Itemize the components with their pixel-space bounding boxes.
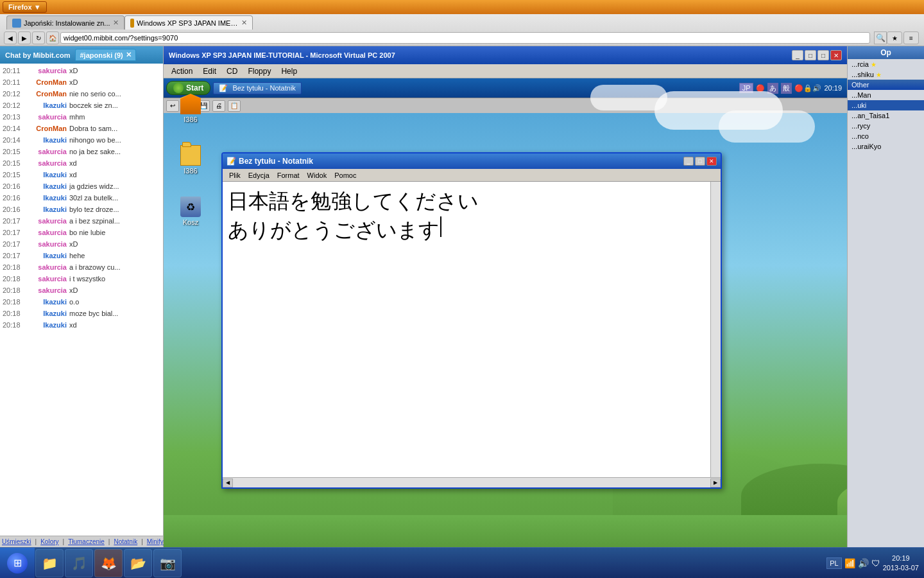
vpc-ime-kanji[interactable]: 般 (781, 83, 792, 94)
hscroll-left[interactable]: ◀ (223, 478, 233, 487)
tab-chat[interactable]: Japoński: Instalowanie zn... ✕ (6, 15, 124, 30)
reload-button[interactable]: ↻ (32, 31, 45, 44)
chat-username[interactable]: Ikazuki (25, 320, 67, 330)
firefox-button[interactable]: Firefox ▼ (3, 1, 47, 13)
win7-media-btn[interactable]: 🎵 (65, 549, 93, 577)
footer-notepad[interactable]: Notatnik (114, 538, 137, 545)
back-button[interactable]: ◀ (4, 31, 17, 44)
vpc-maximize-button[interactable]: □ (817, 50, 829, 60)
user-item-man[interactable]: ...Man (848, 90, 924, 100)
notepad-restore-button[interactable]: □ (695, 157, 705, 166)
chat-username[interactable]: Ikazuki (25, 170, 67, 180)
chat-username[interactable]: sakurcia (25, 227, 67, 238)
win7-lang-indicator[interactable]: PL (826, 557, 841, 569)
win7-network-icon: 📶 (844, 558, 855, 568)
win7-clock[interactable]: 20:19 2013-03-07 (883, 554, 919, 573)
vpc-menu-action[interactable]: Action (166, 66, 198, 77)
notepad-close-button[interactable]: ✕ (706, 157, 717, 166)
chat-username[interactable]: Ikazuki (25, 250, 67, 261)
desktop-icon-i386-2[interactable]: I386 (170, 143, 211, 177)
chat-username[interactable]: Ikazuki (25, 308, 67, 319)
vpc-desktop[interactable]: I386 I386 ♻ Kosz 📝 Bez tytułu - Notatnik… (164, 78, 847, 547)
vpc-menu-edit[interactable]: Edit (198, 66, 221, 77)
vpc-tool-print[interactable]: 🖨 (212, 100, 225, 112)
chat-message-text: bo nie lubie (69, 227, 160, 238)
footer-minify[interactable]: Minify (147, 538, 164, 545)
notepad-hscrollbar[interactable]: ◀ ▶ (223, 477, 721, 487)
chat-line: 20:16Ikazukibylo tez droze... (0, 204, 163, 215)
user-item-nco[interactable]: ...nco (848, 131, 924, 141)
win7-sound-icon[interactable]: 🔊 (858, 558, 869, 568)
vpc-clock: 20:19 (824, 84, 842, 92)
tab-vpc-close-icon[interactable]: ✕ (241, 19, 247, 27)
chat-username[interactable]: sakurcia (25, 66, 67, 76)
chat-username[interactable]: Ikazuki (25, 193, 67, 203)
chat-username[interactable]: Ikazuki (25, 297, 67, 307)
footer-colors[interactable]: Kolory (40, 538, 58, 545)
vpc-menu-cd[interactable]: CD (221, 66, 243, 77)
bookmarks-button[interactable]: ★ (887, 31, 902, 44)
chat-channel-tab[interactable]: #japonski (9) ✕ (75, 49, 135, 61)
vpc-notepad-taskbtn[interactable]: 📝 Bez tytułu - Notatnik (213, 82, 302, 94)
chat-username[interactable]: CronMan (25, 123, 67, 134)
chat-username[interactable]: sakurcia (25, 112, 67, 122)
footer-smileys[interactable]: Uśmieszki (2, 538, 31, 545)
win7-start-button[interactable]: ⊞ (0, 548, 35, 579)
chat-footer: Uśmieszki | Kolory | Tłumaczenie | Notat… (0, 536, 163, 547)
np-menu-file[interactable]: Plik (225, 171, 244, 180)
address-bar[interactable] (60, 32, 870, 44)
hscroll-right[interactable]: ▶ (710, 478, 721, 487)
user-item-rycy[interactable]: ...rycy (848, 121, 924, 131)
user-item-taisa[interactable]: ...an_Taisa1 (848, 110, 924, 121)
chat-line: 20:17sakurciaa i bez szpinal... (0, 215, 163, 227)
notepad-scrollbar[interactable] (710, 182, 721, 477)
chat-time: 20:18 (3, 308, 25, 319)
desktop-icon-kosz[interactable]: ♻ Kosz (170, 194, 211, 229)
chat-line: 20:15sakurciaxd (0, 157, 163, 169)
vpc-menu-floppy[interactable]: Floppy (243, 66, 276, 77)
chat-username[interactable]: Ikazuki (25, 181, 67, 191)
user-item-uki[interactable]: ...uki (848, 100, 924, 110)
user-item-rcia[interactable]: ...rcia ★ (848, 59, 924, 69)
vpc-close-button[interactable]: ✕ (830, 50, 842, 60)
desktop-icon-i386-1[interactable]: I386 (170, 91, 211, 126)
forward-button[interactable]: ▶ (18, 31, 31, 44)
np-menu-edit[interactable]: Edycja (244, 171, 273, 180)
chat-username[interactable]: sakurcia (25, 274, 67, 284)
vpc-menu-help[interactable]: Help (276, 66, 302, 77)
chat-tab-close[interactable]: ✕ (126, 51, 132, 59)
chat-username[interactable]: sakurcia (25, 158, 67, 168)
home-button[interactable]: 🏠 (46, 31, 59, 44)
menu-button[interactable]: ≡ (903, 31, 919, 44)
chat-time: 20:15 (3, 158, 25, 168)
win7-files-btn[interactable]: 📂 (124, 549, 152, 577)
notepad-body[interactable]: 日本語を勉強してください ありがとうございます (223, 182, 721, 477)
chat-username[interactable]: CronMan (25, 89, 67, 99)
notepad-minimize-button[interactable]: _ (683, 157, 694, 166)
chat-username[interactable]: Ikazuki (25, 204, 67, 215)
search-button[interactable]: 🔍 (874, 31, 887, 44)
user-item-uraikyo[interactable]: ...uraiKyo (848, 141, 924, 152)
footer-translate[interactable]: Tłumaczenie (68, 538, 105, 545)
np-menu-view[interactable]: Widok (304, 171, 331, 180)
win7-camera-btn[interactable]: 📷 (153, 549, 182, 577)
user-item-shiku[interactable]: ...shiku ★ (848, 69, 924, 80)
np-menu-help[interactable]: Pomoc (330, 171, 360, 180)
vpc-tool-paste[interactable]: 📋 (228, 100, 241, 112)
chat-username[interactable]: Ikazuki (25, 135, 67, 145)
chat-username[interactable]: sakurcia (25, 262, 67, 272)
chat-username[interactable]: sakurcia (25, 146, 67, 157)
vpc-minimize-button[interactable]: _ (792, 50, 803, 60)
chat-time: 20:16 (3, 204, 25, 215)
win7-firefox-btn[interactable]: 🦊 (94, 549, 123, 577)
tab-vpc[interactable]: Windows XP SP3 JAPAN IME-TUTORIAL - Micr… (124, 15, 253, 30)
tab-close-icon[interactable]: ✕ (113, 19, 119, 27)
chat-username[interactable]: sakurcia (25, 216, 67, 226)
win7-explorer-btn[interactable]: 📁 (35, 549, 64, 577)
chat-username[interactable]: sakurcia (25, 239, 67, 249)
vpc-restore-button[interactable]: □ (805, 50, 816, 60)
chat-username[interactable]: CronMan (25, 77, 67, 87)
np-menu-format[interactable]: Format (273, 171, 304, 180)
chat-username[interactable]: sakurcia (25, 285, 67, 295)
chat-username[interactable]: Ikazuki (25, 100, 67, 110)
